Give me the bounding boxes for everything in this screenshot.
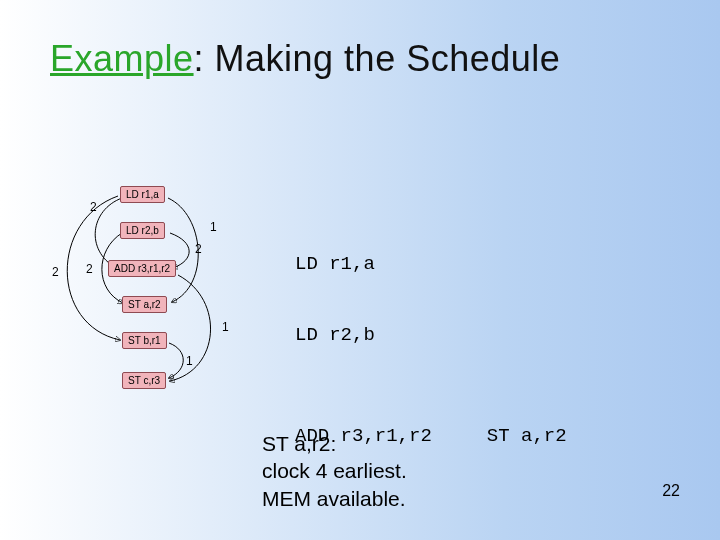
graph-node-ld-r2-b: LD r2,b	[120, 222, 165, 239]
graph-node-ld-r1-a: LD r1,a	[120, 186, 165, 203]
caption-line-2: clock 4 earliest.	[262, 457, 407, 484]
dependency-graph: LD r1,a LD r2,b ADD r3,r1,r2 ST a,r2 ST …	[60, 170, 270, 430]
graph-node-st-c-r3: ST c,r3	[122, 372, 166, 389]
edge-label: 2	[52, 265, 59, 279]
caption-line-1: ST a,r2:	[262, 430, 407, 457]
schedule-line-2: LD r2,b	[295, 324, 567, 348]
slide-title: Example: Making the Schedule	[50, 38, 560, 80]
schedule-line-3b: ST a,r2	[487, 425, 567, 447]
slide-caption: ST a,r2: clock 4 earliest. MEM available…	[262, 430, 407, 512]
title-example: Example	[50, 38, 194, 79]
page-number: 22	[662, 482, 680, 500]
edge-label: 1	[210, 220, 217, 234]
graph-node-st-a-r2: ST a,r2	[122, 296, 167, 313]
caption-line-3: MEM available.	[262, 485, 407, 512]
edge-label: 1	[186, 354, 193, 368]
graph-node-add: ADD r3,r1,r2	[108, 260, 176, 277]
title-rest: : Making the Schedule	[194, 38, 561, 79]
edge-label: 2	[195, 242, 202, 256]
edge-label: 2	[86, 262, 93, 276]
edge-label: 2	[90, 200, 97, 214]
schedule-line-1: LD r1,a	[295, 253, 567, 277]
edge-label: 1	[222, 320, 229, 334]
graph-node-st-b-r1: ST b,r1	[122, 332, 167, 349]
